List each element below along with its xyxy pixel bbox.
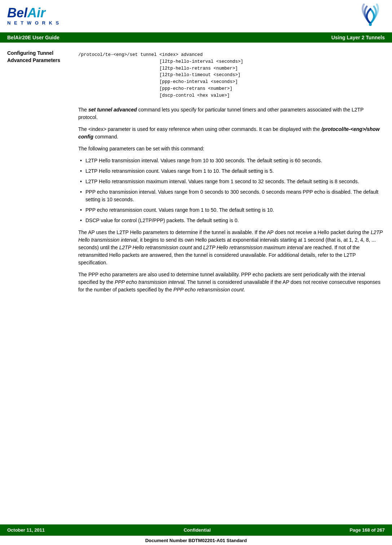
brand-icon: [356, 4, 385, 29]
logo-bel: Bel: [7, 5, 27, 20]
bullet-list: L2TP Hello transmission interval. Values…: [78, 157, 383, 224]
paragraph-4: The AP uses the L2TP Hello parameters to…: [78, 229, 383, 267]
logo-area: BelAir N E T W O R K S: [7, 6, 60, 26]
list-item: PPP echo transmission interval. Values r…: [78, 188, 383, 203]
logo-networks: N E T W O R K S: [7, 20, 60, 26]
list-item: L2TP Hello retransmission count. Values …: [78, 167, 383, 175]
paragraph-3: The following parameters can be set with…: [78, 145, 383, 153]
paragraph-2: The <index> parameter is used for easy r…: [78, 126, 383, 141]
right-content: /protocol/te-<eng>/set tunnel <index> ad…: [69, 43, 392, 305]
nav-title-left: BelAir20E User Guide: [7, 35, 60, 40]
list-item: DSCP value for control (L2TP/PPP) packet…: [78, 217, 383, 224]
paragraph-1: The set tunnel advanced command lets you…: [78, 106, 383, 121]
footer-date: October 11, 2011: [7, 527, 45, 533]
footer-bar: October 11, 2011 Confidential Page 168 o…: [0, 524, 392, 536]
list-item: L2TP Hello transmission interval. Values…: [78, 157, 383, 164]
nav-bar: BelAir20E User Guide Using Layer 2 Tunne…: [0, 32, 392, 43]
code-block: /protocol/te-<eng>/set tunnel <index> ad…: [78, 50, 383, 101]
paragraph-5: The PPP echo parameters are also used to…: [78, 271, 383, 294]
nav-title-right: Using Layer 2 Tunnels: [331, 35, 385, 40]
svg-point-0: [369, 23, 372, 26]
left-sidebar: Configuring Tunnel Advanced Parameters: [0, 43, 69, 305]
main-content: Configuring Tunnel Advanced Parameters /…: [0, 43, 392, 305]
logo-air: Air: [27, 5, 45, 20]
footer-confidential: Confidential: [184, 527, 211, 533]
list-item: PPP echo retransmission count. Values ra…: [78, 206, 383, 214]
section-title: Configuring Tunnel Advanced Parameters: [7, 50, 66, 64]
footer-doc: Document Number BDTM02201-A01 Standard: [0, 536, 392, 545]
list-item: L2TP Hello retransmission maximum interv…: [78, 178, 383, 185]
footer-page: Page 168 of 267: [349, 527, 385, 533]
belair-logo: BelAir: [7, 6, 60, 19]
page-header: BelAir N E T W O R K S: [0, 0, 392, 32]
